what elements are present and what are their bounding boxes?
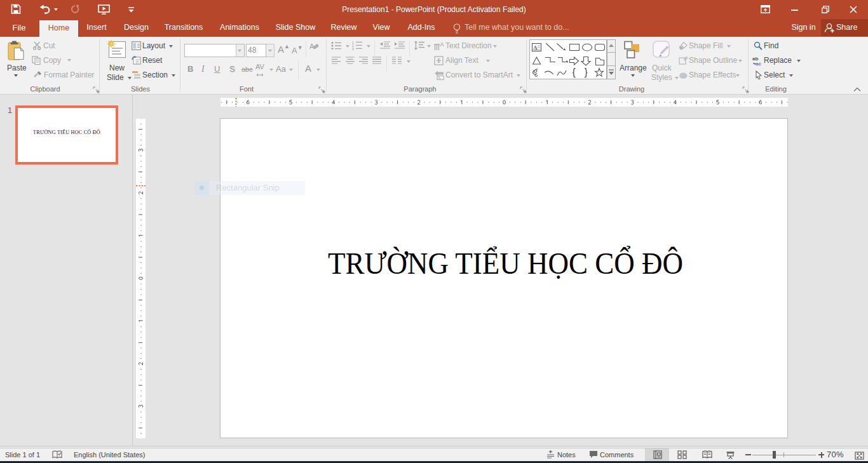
svg-text:ac: ac (756, 61, 761, 65)
svg-text:A: A (440, 41, 444, 48)
svg-text:3: 3 (352, 47, 354, 50)
